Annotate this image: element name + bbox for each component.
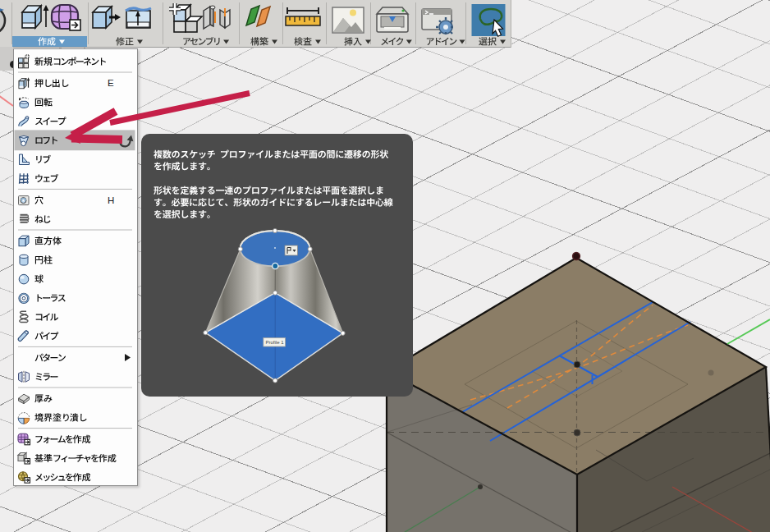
svg-text:Profile 1: Profile 1 — [266, 340, 285, 345]
